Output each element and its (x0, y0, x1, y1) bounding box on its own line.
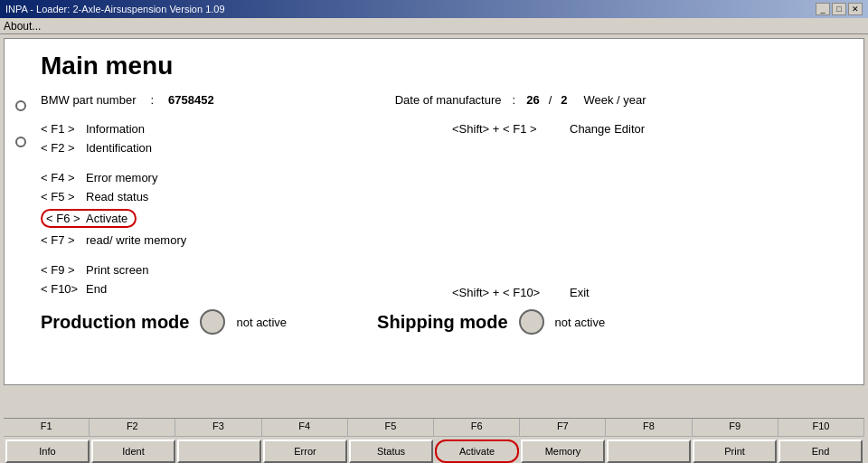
fkey-label-f10: F10 (778, 419, 864, 436)
radio-circle-2 (15, 137, 26, 147)
f10-key: < F10> (41, 282, 86, 296)
fkey-btn-f10[interactable]: End (778, 439, 863, 463)
menu-about[interactable]: About... (4, 20, 41, 33)
menu-right: <Shift> + < F1 > Change Editor <Shift> +… (434, 119, 845, 302)
fkey-btn-f8[interactable] (607, 439, 691, 463)
fkey-bar: F1 F2 F3 F4 F5 F6 F7 F8 F9 F10 Info Iden… (4, 418, 864, 463)
f5-key: < F5 > (41, 190, 86, 203)
date-field: Date of manufacture : 26 / 2 Week / year (395, 93, 646, 107)
shift-f1-name: Change Editor (570, 122, 645, 136)
f2-key: < F2 > (41, 141, 86, 155)
title-bar-controls[interactable]: _ □ ✕ (816, 3, 863, 15)
fkey-label-f7: F7 (520, 419, 606, 436)
fkey-buttons: Info Ident Error Status Activate Memory … (4, 437, 864, 463)
menu-left: < F1 > Information < F2 > Identification… (41, 119, 434, 302)
close-button[interactable]: ✕ (848, 3, 863, 15)
fkey-label-f4: F4 (262, 419, 348, 436)
info-row: BMW part number : 6758452 Date of manufa… (41, 93, 845, 107)
fkey-btn-f9[interactable]: Print (693, 439, 777, 463)
fkey-label-f5: F5 (348, 419, 434, 436)
menu-item-f10[interactable]: < F10> End (41, 279, 434, 298)
menu-item-shift-f10[interactable]: <Shift> + < F10> Exit (452, 283, 845, 302)
fkey-labels: F1 F2 F3 F4 F5 F6 F7 F8 F9 F10 (4, 419, 864, 437)
f6-circle[interactable]: < F6 > Activate (41, 209, 137, 228)
f4-key: < F4 > (41, 171, 86, 184)
fkey-btn-f6[interactable]: Activate (435, 439, 519, 463)
fkey-label-f1: F1 (4, 419, 90, 436)
part-number-label: BMW part number (41, 93, 136, 107)
shipping-mode: Shipping mode not active (377, 309, 605, 335)
menu-item-f6[interactable]: < F6 > Activate (41, 206, 434, 231)
production-mode-status: not active (236, 316, 287, 329)
fkey-btn-f5[interactable]: Status (349, 439, 433, 463)
menu-item-f2[interactable]: < F2 > Identification (41, 138, 434, 157)
fkey-label-f9: F9 (693, 419, 778, 436)
production-mode: Production mode not active (41, 309, 287, 335)
menu-item-f1[interactable]: < F1 > Information (41, 119, 434, 138)
fkey-label-f8: F8 (606, 419, 692, 436)
menu-item-f4[interactable]: < F4 > Error memory (41, 168, 434, 187)
f1-name: Information (86, 122, 145, 136)
shift-f10-key: <Shift> + < F10> (452, 286, 570, 299)
f7-name: read/ write memory (86, 233, 186, 247)
fkey-label-f2: F2 (90, 419, 175, 436)
menu-bar[interactable]: About... (0, 18, 868, 34)
production-mode-indicator (200, 309, 225, 335)
f6-name: Activate (86, 212, 127, 225)
part-number-value: 6758452 (168, 93, 214, 107)
f9-key: < F9 > (41, 263, 86, 277)
title-bar-text: INPA - Loader: 2-Axle-Airsuspension Vers… (5, 4, 225, 14)
date-month: 2 (561, 93, 567, 107)
fkey-btn-f1[interactable]: Info (5, 439, 90, 463)
shipping-mode-status: not active (555, 316, 606, 329)
menu-items-area: < F1 > Information < F2 > Identification… (41, 119, 845, 302)
main-content: Main menu BMW part number : 6758452 Date… (4, 38, 864, 385)
date-separator: / (549, 93, 552, 107)
title-bar: INPA - Loader: 2-Axle-Airsuspension Vers… (0, 0, 868, 18)
fkey-btn-f2[interactable]: Ident (91, 439, 175, 463)
menu-item-f9[interactable]: < F9 > Print screen (41, 260, 434, 279)
date-unit: Week / year (583, 93, 646, 107)
date-day: 26 (526, 93, 539, 107)
radio-circle-1 (15, 100, 26, 111)
shipping-mode-label: Shipping mode (377, 312, 507, 333)
minimize-button[interactable]: _ (816, 3, 830, 15)
shift-f1-key: <Shift> + < F1 > (452, 122, 570, 136)
fkey-btn-f3[interactable] (177, 439, 261, 463)
f7-key: < F7 > (41, 233, 86, 247)
menu-item-f5[interactable]: < F5 > Read status (41, 187, 434, 206)
fkey-btn-f7[interactable]: Memory (521, 439, 605, 463)
f1-key: < F1 > (41, 122, 86, 136)
shipping-mode-indicator (519, 309, 544, 335)
f5-name: Read status (86, 190, 148, 203)
maximize-button[interactable]: □ (832, 3, 846, 15)
fkey-label-f6: F6 (434, 419, 520, 436)
shift-f10-name: Exit (570, 286, 590, 299)
menu-item-f7[interactable]: < F7 > read/ write memory (41, 231, 434, 250)
fkey-label-f3: F3 (175, 419, 261, 436)
f10-name: End (86, 282, 107, 296)
fkey-btn-f4[interactable]: Error (263, 439, 347, 463)
date-label: Date of manufacture (395, 93, 502, 107)
f4-name: Error memory (86, 171, 157, 184)
part-number-field: BMW part number : 6758452 (41, 93, 214, 107)
menu-item-shift-f1[interactable]: <Shift> + < F1 > Change Editor (452, 119, 845, 138)
f9-name: Print screen (86, 263, 148, 277)
page-title: Main menu (41, 52, 845, 80)
f2-name: Identification (86, 141, 152, 155)
main-wrapper: Main menu BMW part number : 6758452 Date… (0, 38, 868, 463)
production-mode-label: Production mode (41, 312, 189, 333)
modes-row: Production mode not active Shipping mode… (41, 309, 845, 335)
